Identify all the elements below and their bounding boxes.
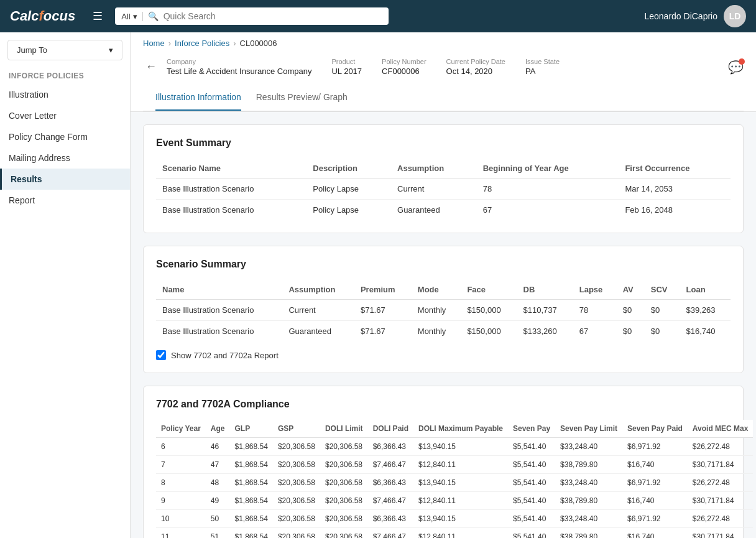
content-body: Event Summary Scenario Name Description …	[131, 112, 756, 538]
policy-number-label: Policy Number	[382, 58, 426, 65]
table-row: 646$1,868.54$20,306.58$20,306.58$6,366.4…	[156, 438, 753, 456]
col-doli-limit: DOLI Limit	[320, 420, 368, 438]
product-value: UL 2017	[331, 67, 362, 76]
user-info: Leonardo DiCaprio LD	[644, 5, 746, 27]
scenario-summary-card: Scenario Summary Name Assumption Premium…	[143, 246, 744, 373]
table-row: Base Illustration Scenario Guaranteed $7…	[156, 321, 731, 342]
table-row: 1151$1,868.54$20,306.58$20,306.58$7,466.…	[156, 528, 753, 539]
show-7702-row: Show 7702 and 7702a Report	[156, 350, 731, 360]
company-label: Company	[167, 58, 311, 65]
tab-illustration-information[interactable]: Illustration Information	[155, 85, 241, 111]
product-label: Product	[331, 58, 362, 65]
sidebar-item-results[interactable]: Results	[0, 169, 130, 190]
policy-header: Home › Inforce Policies › CL000006 ← Com…	[131, 32, 756, 112]
policy-number: Policy Number CF000006	[382, 58, 426, 76]
sidebar: Jump To ▾ Inforce Policies Illustration …	[0, 32, 131, 538]
event-description: Policy Lapse	[307, 200, 391, 221]
event-scenario-name: Base Illustration Scenario	[156, 200, 307, 221]
event-summary-card: Event Summary Scenario Name Description …	[143, 124, 744, 233]
table-row: Base Illustration Scenario Policy Lapse …	[156, 200, 731, 221]
event-assumption: Current	[391, 179, 477, 200]
event-assumption: Guaranteed	[391, 200, 477, 221]
col-seven-pay-limit: Seven Pay Limit	[555, 420, 622, 438]
table-row: Base Illustration Scenario Policy Lapse …	[156, 179, 731, 200]
search-filter-dropdown[interactable]: All ▾	[121, 12, 142, 21]
col-mode: Mode	[412, 280, 461, 300]
col-first-occurrence: First Occurrence	[619, 159, 731, 179]
table-row: 949$1,868.54$20,306.58$20,306.58$7,466.4…	[156, 492, 753, 510]
event-age: 67	[477, 200, 619, 221]
table-row: 848$1,868.54$20,306.58$20,306.58$6,366.4…	[156, 474, 753, 492]
policy-date-label: Current Policy Date	[446, 58, 505, 65]
table-row: Base Illustration Scenario Current $71.6…	[156, 300, 731, 321]
sidebar-item-policy-change-form[interactable]: Policy Change Form	[0, 126, 130, 147]
sidebar-item-cover-letter[interactable]: Cover Letter	[0, 105, 130, 126]
col-gsp: GSP	[273, 420, 320, 438]
policy-number-value: CF000006	[382, 67, 426, 76]
col-doli-paid: DOLI Paid	[368, 420, 413, 438]
col-name: Name	[156, 280, 282, 300]
avatar: LD	[724, 5, 746, 27]
col-face: Face	[461, 280, 517, 300]
tab-results-preview[interactable]: Results Preview/ Graph	[256, 85, 348, 111]
policy-product: Product UL 2017	[331, 58, 362, 76]
search-input[interactable]	[164, 11, 383, 21]
col-av: AV	[617, 280, 645, 300]
chevron-down-icon: ▾	[109, 45, 113, 55]
breadcrumb-inforce[interactable]: Inforce Policies	[175, 39, 229, 48]
policy-company: Company Test Life & Accident Insurance C…	[167, 58, 311, 76]
app-logo: Calcfocus	[10, 8, 75, 24]
col-assumption: Assumption	[391, 159, 477, 179]
col-beginning-age: Beginning of Year Age	[477, 159, 619, 179]
sidebar-item-report[interactable]: Report	[0, 190, 130, 211]
jump-to-label: Jump To	[17, 45, 47, 55]
search-container: All ▾ 🔍	[115, 7, 389, 25]
table-row: 747$1,868.54$20,306.58$20,306.58$7,466.4…	[156, 456, 753, 474]
policy-date: Current Policy Date Oct 14, 2020	[446, 58, 505, 76]
col-policy-year: Policy Year	[156, 420, 206, 438]
col-scenario-name: Scenario Name	[156, 159, 307, 179]
chevron-down-icon: ▾	[133, 12, 137, 21]
hamburger-button[interactable]: ☰	[88, 7, 108, 26]
policy-info-bar: ← Company Test Life & Accident Insurance…	[143, 52, 744, 85]
event-scenario-name: Base Illustration Scenario	[156, 179, 307, 200]
tabs-bar: Illustration Information Results Preview…	[143, 85, 744, 111]
col-loan: Loan	[680, 280, 731, 300]
issue-state-value: PA	[525, 67, 560, 76]
event-description: Policy Lapse	[307, 179, 391, 200]
col-db: DB	[517, 280, 573, 300]
event-occurrence: Feb 16, 2048	[619, 200, 731, 221]
col-description: Description	[307, 159, 391, 179]
show-7702-label: Show 7702 and 7702a Report	[171, 351, 279, 360]
scenario-summary-table: Name Assumption Premium Mode Face DB Lap…	[156, 280, 731, 341]
compliance-table: Policy Year Age GLP GSP DOLI Limit DOLI …	[156, 420, 753, 538]
breadcrumb: Home › Inforce Policies › CL000006	[143, 32, 744, 52]
back-button[interactable]: ←	[143, 58, 159, 76]
event-occurrence: Mar 14, 2053	[619, 179, 731, 200]
col-avoid-mec: Avoid MEC Max	[688, 420, 754, 438]
jump-to-dropdown[interactable]: Jump To ▾	[7, 40, 122, 60]
compliance-title: 7702 and 7702A Compliance	[156, 399, 731, 410]
top-nav: Calcfocus ☰ All ▾ 🔍 Leonardo DiCaprio LD	[0, 0, 756, 32]
sidebar-item-illustration[interactable]: Illustration	[0, 84, 130, 105]
search-filter-label: All	[121, 12, 130, 21]
sidebar-item-mailing-address[interactable]: Mailing Address	[0, 147, 130, 169]
show-7702-checkbox[interactable]	[156, 350, 166, 360]
comment-button[interactable]: 💬	[728, 60, 744, 75]
scenario-summary-title: Scenario Summary	[156, 259, 731, 270]
event-age: 78	[477, 179, 619, 200]
compliance-card: 7702 and 7702A Compliance Policy Year Ag…	[143, 386, 744, 538]
main-layout: Jump To ▾ Inforce Policies Illustration …	[0, 32, 756, 538]
col-doli-max: DOLI Maximum Payable	[413, 420, 508, 438]
breadcrumb-separator-2: ›	[233, 39, 236, 48]
col-glp: GLP	[230, 420, 273, 438]
col-seven-pay: Seven Pay	[508, 420, 555, 438]
breadcrumb-current: CL000006	[240, 39, 277, 48]
col-age: Age	[206, 420, 230, 438]
breadcrumb-home[interactable]: Home	[143, 39, 165, 48]
company-value: Test Life & Accident Insurance Company	[167, 67, 311, 76]
policy-meta-group: Company Test Life & Accident Insurance C…	[167, 58, 560, 76]
user-name: Leonardo DiCaprio	[644, 11, 717, 21]
event-summary-table: Scenario Name Description Assumption Beg…	[156, 159, 731, 220]
issue-state-label: Issue State	[525, 58, 560, 65]
